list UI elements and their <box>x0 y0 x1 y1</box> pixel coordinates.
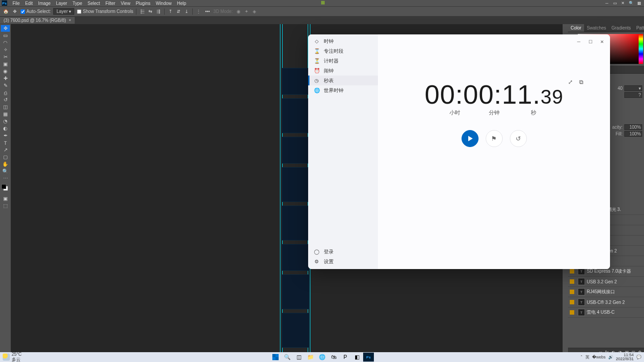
edit-toolbar[interactable]: ⋯ <box>1 175 10 182</box>
move-tool[interactable]: ✥ <box>1 25 10 32</box>
auto-select-checkbox[interactable]: Auto-Select: <box>21 9 51 14</box>
shape-tool[interactable]: ▢ <box>1 154 10 160</box>
menu-file[interactable]: File <box>10 1 22 6</box>
menu-filter[interactable]: Filter <box>103 1 118 6</box>
layer-row[interactable]: TUSB 3.2 Gen 2 <box>568 277 644 287</box>
visibility-toggle[interactable] <box>568 290 576 294</box>
powerpoint-button[interactable]: P <box>340 353 351 362</box>
notification-icon[interactable]: 💬 <box>636 355 641 359</box>
stamp-tool[interactable]: ⎙ <box>1 89 10 96</box>
dodge-tool[interactable]: ◐ <box>1 125 10 132</box>
nav-item-闹钟[interactable]: ⏰闹钟 <box>308 66 378 76</box>
tray-chevron-icon[interactable]: ˄ <box>580 355 583 359</box>
clock-tray[interactable]: 11:542022/8/31 <box>616 353 634 361</box>
distribute-icon[interactable]: ⋮ <box>195 8 202 15</box>
wifi-icon[interactable]: �webs <box>592 355 606 359</box>
marquee-tool[interactable]: ▭ <box>1 32 10 39</box>
visibility-toggle[interactable] <box>568 310 576 315</box>
pin-icon[interactable]: ⧉ <box>579 79 583 86</box>
document-tab[interactable]: (3) 7600.psd @ 16.7% (RGB/8) × <box>0 17 75 24</box>
menu-select[interactable]: Select <box>85 1 103 6</box>
volume-icon[interactable]: 🔊 <box>608 355 613 359</box>
frame-tool[interactable]: ▣ <box>1 61 10 67</box>
heal-tool[interactable]: ✚ <box>1 75 10 82</box>
ps-minimize[interactable]: ─ <box>604 0 610 6</box>
fill-value[interactable]: 100% <box>624 131 642 137</box>
play-button[interactable] <box>462 130 479 147</box>
nav-item-专注时段[interactable]: ⌛专注时段 <box>308 46 378 56</box>
store-button[interactable]: 🛍 <box>328 353 339 362</box>
menu-view[interactable]: View <box>118 1 133 6</box>
ps-restore[interactable]: ▭ <box>612 0 618 6</box>
ime-indicator[interactable]: 英 <box>585 354 589 360</box>
nav-item-登录[interactable]: ◯登录 <box>308 247 378 257</box>
nav-item-世界时钟[interactable]: 🌐世界时钟 <box>308 85 378 95</box>
history-brush-tool[interactable]: ↺ <box>1 97 10 103</box>
align-middle-icon[interactable]: ⇵ <box>175 8 182 15</box>
move-tool-icon[interactable]: ✥ <box>12 8 18 15</box>
opacity-value[interactable]: 100% <box>624 124 642 130</box>
menu-window[interactable]: Window <box>153 1 174 6</box>
ps-search-icon[interactable]: 🔍 <box>628 0 634 6</box>
home-icon[interactable]: 🏠 <box>3 8 9 15</box>
menu-edit[interactable]: Edit <box>22 1 35 6</box>
align-top-icon[interactable]: ⤒ <box>167 8 174 15</box>
nav-item-计时器[interactable]: ⏳计时器 <box>308 56 378 66</box>
brush-tool[interactable]: ✎ <box>1 82 10 89</box>
search-button[interactable]: 🔍 <box>282 353 292 362</box>
gradient-tool[interactable]: ▦ <box>1 111 10 118</box>
lasso-tool[interactable]: ◠ <box>1 39 10 46</box>
start-button[interactable] <box>270 353 281 362</box>
menu-type[interactable]: Type <box>70 1 85 6</box>
quickmask-tool[interactable]: ▣ <box>1 195 10 202</box>
layer-row[interactable]: T雷电 4 USB-C <box>568 307 644 318</box>
taskbar-weather[interactable]: 25°C多云 <box>3 352 21 362</box>
nav-item-设置[interactable]: ⚙设置 <box>308 257 378 266</box>
blur-tool[interactable]: ◔ <box>1 118 10 125</box>
hand-tool[interactable]: ✋ <box>1 161 10 168</box>
layer-row[interactable]: TRJ45网线接口 <box>568 287 644 297</box>
clock-minimize[interactable]: ─ <box>573 37 584 46</box>
show-transform-checkbox[interactable]: Show Transform Controls <box>77 9 133 14</box>
reset-button[interactable]: ↺ <box>510 130 527 147</box>
eyedropper-tool[interactable]: ◉ <box>1 68 10 75</box>
pen-tool[interactable]: ✒ <box>1 132 10 139</box>
tab-color[interactable]: Color <box>568 24 584 32</box>
menu-plugins[interactable]: Plugins <box>133 1 153 6</box>
align-left-icon[interactable]: ⬱ <box>139 8 145 15</box>
type-tool[interactable]: T <box>1 139 10 146</box>
ps-workspace-icon[interactable]: ▦ <box>636 0 642 6</box>
layer-row[interactable]: TUSB-C® 3.2 Gen 2 <box>568 297 644 307</box>
tab-swatches[interactable]: Swatches <box>584 24 609 32</box>
photoshop-button[interactable]: Ps <box>363 353 374 362</box>
ps-close[interactable]: ✕ <box>620 0 626 6</box>
visibility-toggle[interactable] <box>568 269 576 274</box>
align-center-icon[interactable]: ⇆ <box>147 8 153 15</box>
nav-item-秒表[interactable]: ◷秒表 <box>308 76 378 85</box>
expand-icon[interactable]: ⤢ <box>568 79 573 86</box>
tab-gradients[interactable]: Gradients <box>609 24 633 32</box>
visibility-toggle[interactable] <box>568 279 576 284</box>
nav-item-时钟[interactable]: ◇时钟 <box>308 36 378 46</box>
close-icon[interactable]: × <box>69 18 71 22</box>
system-tray[interactable]: ˄ 英 �webs 🔊 11:542022/8/31 💬 <box>580 353 641 361</box>
app-button[interactable]: ◧ <box>352 353 362 362</box>
align-bottom-icon[interactable]: ⤓ <box>183 8 190 15</box>
menu-layer[interactable]: Layer <box>53 1 70 6</box>
align-right-icon[interactable]: ⇶ <box>155 8 161 15</box>
lap-button[interactable]: ⚑ <box>486 130 503 147</box>
crop-tool[interactable]: ✂ <box>1 54 10 60</box>
auto-select-dropdown[interactable]: Layer ▾ <box>53 8 74 15</box>
explorer-button[interactable]: 📁 <box>305 353 316 362</box>
taskview-button[interactable]: ◫ <box>293 353 304 362</box>
zoom-tool[interactable]: 🔍 <box>1 168 10 175</box>
clock-maximize[interactable]: ☐ <box>585 37 596 46</box>
eraser-tool[interactable]: ◫ <box>1 104 10 110</box>
clock-close[interactable]: ✕ <box>597 37 607 46</box>
more-options-icon[interactable]: ••• <box>204 8 211 15</box>
wand-tool[interactable]: ✧ <box>1 46 10 53</box>
edge-button[interactable]: 🌐 <box>317 353 327 362</box>
menu-help[interactable]: Help <box>174 1 189 6</box>
tab-patterns[interactable]: Patterns <box>634 24 644 32</box>
visibility-toggle[interactable] <box>568 300 576 304</box>
